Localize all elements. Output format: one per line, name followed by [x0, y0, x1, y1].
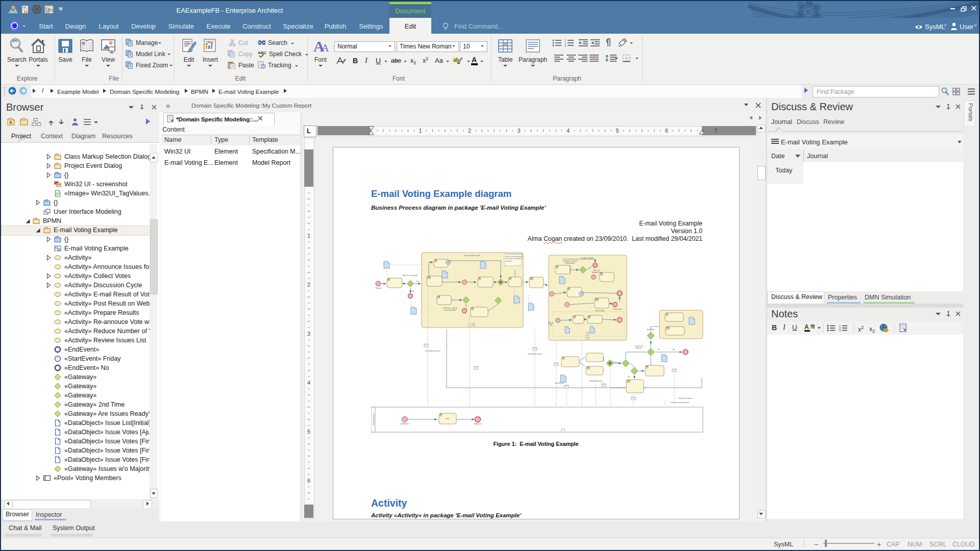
- svg-text:6: 6: [665, 128, 668, 134]
- svg-text:3: 3: [307, 331, 310, 337]
- svg-text:Vote Announcement: Vote Announcement: [528, 353, 543, 355]
- svg-text:Tally: Tally: [549, 324, 553, 326]
- svg-text:Voting Members: Voting Members: [373, 413, 375, 426]
- svg-text:ab: ab: [453, 57, 459, 63]
- svg-text:StartEvent1: StartEvent1: [401, 423, 409, 425]
- svg-text:4: 4: [567, 128, 570, 134]
- svg-text:No: No: [412, 290, 414, 292]
- svg-text:5: 5: [616, 128, 619, 134]
- svg-text:7: 7: [714, 128, 717, 134]
- svg-text:Collect Votes: Collect Votes: [581, 257, 594, 259]
- svg-text:Issue Announcement: Issue Announcement: [425, 350, 440, 352]
- svg-text:Vote Results: Vote Results: [555, 382, 564, 384]
- svg-text:3: 3: [839, 330, 841, 332]
- svg-text:Yes: Yes: [416, 281, 419, 283]
- svg-text:every two weeks: every two weeks: [444, 309, 456, 311]
- svg-text:2: 2: [307, 282, 310, 288]
- svg-text:Voted Vote Timeout: Voted Vote Timeout: [678, 397, 693, 399]
- svg-text:1: 1: [307, 233, 310, 239]
- svg-text:the issues or sufficient: the issues or sufficient: [505, 258, 522, 260]
- svg-text:6: 6: [307, 478, 310, 484]
- svg-text:No: No: [673, 348, 675, 350]
- svg-text:No: No: [628, 376, 630, 378]
- svg-text:EndEvent1: EndEvent1: [474, 423, 482, 425]
- svg-text:Delay 3 days: Delay 3 days: [595, 310, 605, 312]
- svg-text:Vote announcement with: Vote announcement with: [671, 402, 689, 404]
- svg-text:Are Issues Ready?: Are Issues Ready?: [403, 274, 418, 277]
- svg-text:4: 4: [307, 380, 310, 386]
- svg-text:Delay 1 day: Delay 1 day: [614, 308, 622, 310]
- svg-text:solutions.: solutions.: [505, 260, 512, 262]
- svg-text:2: 2: [468, 128, 471, 134]
- svg-text:1: 1: [419, 128, 422, 134]
- svg-text:Discussion Cycle: Discussion Cycle: [464, 254, 481, 257]
- svg-text:Monday 9am: Monday 9am: [592, 271, 602, 273]
- svg-text:Yes: Yes: [657, 348, 660, 350]
- svg-text:Deadline Warning: Deadline Warning: [589, 380, 602, 382]
- svg-text:A: A: [321, 41, 329, 54]
- svg-text:Vote: Vote: [446, 418, 449, 420]
- svg-text:there is no discussion of: there is no discussion of: [505, 256, 523, 258]
- svg-text:Voting Week?: Voting Week?: [565, 262, 575, 264]
- svg-text:3: 3: [517, 128, 520, 134]
- svg-text:Majority?: Majority?: [636, 347, 643, 349]
- svg-text:ABC: ABC: [258, 51, 266, 55]
- svg-text:5: 5: [307, 429, 310, 435]
- svg-text:The Process will loop if: The Process will loop if: [505, 253, 522, 255]
- svg-text:A: A: [804, 323, 809, 331]
- svg-text:Friday: Friday: [376, 287, 381, 289]
- svg-text:3: 3: [565, 44, 566, 47]
- svg-text:End Vote: End Vote: [647, 329, 654, 331]
